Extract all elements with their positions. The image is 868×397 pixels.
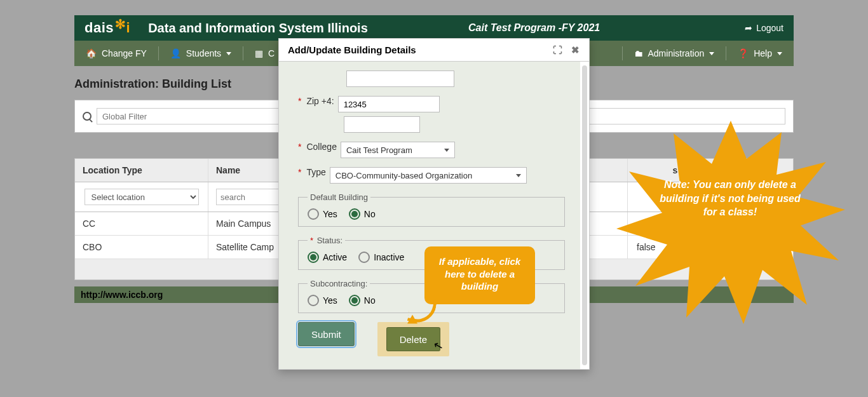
radio-sub-yes[interactable]	[308, 295, 319, 306]
nav-label: Administration	[648, 48, 705, 58]
logo-accent: i	[126, 20, 131, 36]
nav-administration[interactable]: 🖿 Administration	[623, 41, 726, 66]
footer-url[interactable]: http://www.iccb.org	[81, 290, 163, 300]
grid-icon: ▦	[255, 48, 263, 58]
folder-icon: 🖿	[634, 48, 643, 58]
subcontracting-legend: Subcontracting:	[308, 279, 370, 288]
radio-sub-no-label: No	[364, 295, 376, 306]
logout-icon: ➦	[745, 23, 752, 33]
cell-loc: CC	[75, 212, 208, 235]
type-label: Type	[306, 167, 325, 177]
radio-sub-no[interactable]	[349, 295, 360, 306]
delete-label: Delete	[400, 334, 427, 345]
cell-actions[interactable]	[723, 212, 793, 235]
chevron-down-icon	[226, 52, 231, 55]
prior-field-truncated[interactable]	[346, 71, 454, 87]
radio-status-active-label: Active	[323, 252, 347, 262]
logo-flower-icon: ✻	[115, 17, 126, 32]
nav-label: Students	[186, 48, 221, 58]
status-legend: * Status:	[308, 236, 345, 245]
zip-plus4-input[interactable]	[344, 116, 420, 133]
modal-body: * Zip +4: * College Cait Test Program * …	[279, 62, 589, 369]
cell-loc: CBO	[75, 236, 208, 259]
zip-row: * Zip +4:	[298, 96, 565, 112]
radio-status-inactive-label: Inactive	[374, 252, 404, 262]
radio-default-yes[interactable]	[308, 208, 319, 220]
cell-default	[628, 212, 723, 235]
college-row: * College Cait Test Program	[298, 142, 565, 158]
cell-default: false	[628, 236, 723, 259]
cell-actions[interactable]	[723, 236, 793, 259]
college-label: College	[306, 142, 336, 152]
college-select[interactable]: Cait Test Program	[341, 142, 455, 158]
radio-sub-yes-label: Yes	[323, 295, 337, 306]
home-icon: 🏠	[86, 48, 97, 58]
nav-label: Change FY	[102, 48, 147, 58]
default-building-group: Default Building Yes No	[298, 192, 565, 227]
chevron-down-icon	[709, 52, 714, 55]
submit-label: Submit	[311, 329, 341, 340]
chevron-down-icon	[777, 52, 782, 55]
system-title: Data and Information System Illinois	[148, 21, 368, 36]
radio-default-no[interactable]	[349, 208, 360, 220]
delete-highlight: Delete ↖	[377, 322, 449, 356]
type-row: * Type CBO-Community-based Organization	[298, 167, 565, 184]
required-mark: *	[298, 167, 301, 177]
modal-title: Add/Update Building Details	[288, 44, 416, 55]
col-location-type[interactable]: Location Type	[75, 159, 208, 182]
logout-label: Logout	[756, 23, 783, 33]
type-select[interactable]: CBO-Community-based Organization	[330, 167, 527, 184]
nav-help[interactable]: ❓ Help	[726, 41, 794, 66]
radio-status-inactive[interactable]	[358, 252, 370, 263]
default-building-legend: Default Building	[308, 192, 370, 202]
zip-label: Zip +4:	[306, 96, 334, 106]
maximize-icon[interactable]: ⛶	[552, 45, 562, 55]
radio-status-active[interactable]	[308, 252, 319, 263]
radio-default-no-label: No	[364, 209, 376, 219]
nav-students[interactable]: 👤 Students	[159, 41, 243, 66]
modal-button-row: Submit Delete ↖	[298, 322, 565, 356]
modal-title-bar: Add/Update Building Details ⛶ ✖	[279, 39, 589, 62]
person-icon: 👤	[170, 48, 181, 58]
building-details-modal: Add/Update Building Details ⛶ ✖ * Zip +4…	[278, 38, 590, 370]
header-bar: dais✻i Data and Information System Illin…	[74, 15, 794, 41]
logo-text: dais	[85, 20, 114, 36]
college-value: Cait Test Program	[346, 145, 412, 155]
required-mark: *	[298, 142, 301, 152]
delete-button[interactable]: Delete	[386, 327, 440, 351]
subcontracting-group: Subcontracting: Yes No	[298, 279, 565, 313]
location-type-filter[interactable]: Select location	[85, 189, 199, 205]
nav-change-fy[interactable]: 🏠 Change FY	[74, 41, 158, 66]
logo: dais✻i	[85, 20, 130, 36]
nav-label: Help	[754, 48, 772, 58]
nav-label-trunc: C	[268, 48, 275, 58]
logout-link[interactable]: ➦ Logout	[745, 23, 783, 33]
col-hidden-hint: s	[628, 159, 723, 182]
help-icon: ❓	[738, 48, 749, 58]
required-mark: *	[298, 96, 301, 106]
search-icon	[83, 112, 92, 121]
radio-default-yes-label: Yes	[323, 209, 337, 219]
col-actions	[723, 159, 793, 182]
type-value: CBO-Community-based Organization	[336, 171, 472, 180]
zip-input[interactable]	[338, 96, 440, 112]
close-icon[interactable]: ✖	[570, 45, 580, 55]
submit-button[interactable]: Submit	[298, 322, 355, 346]
program-title: Cait Test Program -FY 2021	[468, 22, 600, 34]
status-group: * Status: Active Inactive	[298, 236, 565, 270]
